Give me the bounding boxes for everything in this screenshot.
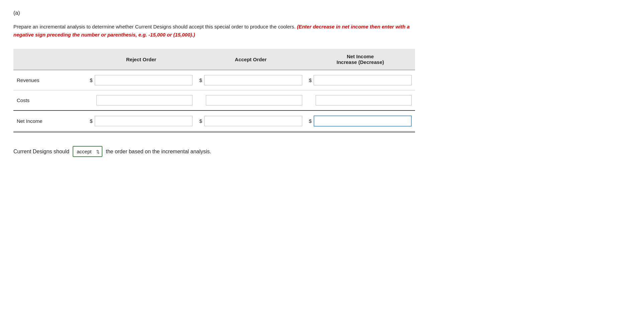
costs-label: Costs [13,90,86,111]
costs-reject-cell [86,90,196,111]
costs-netincome-cell [306,90,415,111]
row-costs: Costs [13,90,415,111]
revenues-reject-cell: $ [86,70,196,90]
col-header-reject: Reject Order [86,49,196,70]
net-income-netincome-cell: $ [306,110,415,132]
col-header-net-income: Net Income Increase (Decrease) [306,49,415,70]
analysis-table-wrapper: Reject Order Accept Order Net Income Inc… [13,49,415,133]
costs-accept-cell [196,90,305,111]
dollar-sign-netincome-netincome: $ [309,118,312,124]
incremental-analysis-table: Reject Order Accept Order Net Income Inc… [13,49,415,133]
revenues-netincome-input[interactable] [314,75,412,85]
row-net-income: Net Income $ $ $ [13,110,415,132]
net-income-reject-input[interactable] [95,116,193,126]
dollar-sign-netincome-accept: $ [199,118,202,124]
dollar-sign-revenues-accept: $ [199,77,202,83]
net-income-reject-cell: $ [86,110,196,132]
revenues-accept-input[interactable] [204,75,302,85]
costs-reject-input[interactable] [96,95,192,105]
net-income-label: Net Income [13,110,86,132]
net-income-accept-input[interactable] [204,116,302,126]
revenues-label: Revenues [13,70,86,90]
dollar-sign-netincome-reject: $ [90,118,92,124]
revenues-netincome-cell: $ [306,70,415,90]
decision-select[interactable]: accept reject [73,146,102,157]
instructions: Prepare an incremental analysis to deter… [13,23,415,39]
table-header-row: Reject Order Accept Order Net Income Inc… [13,49,415,70]
col-header-label [13,49,86,70]
conclusion-prefix: Current Designs should [13,149,69,155]
conclusion-suffix: the order based on the incremental analy… [106,149,211,155]
dollar-sign-revenues-reject: $ [90,77,92,83]
row-revenues: Revenues $ $ $ [13,70,415,90]
costs-netincome-input[interactable] [316,95,412,105]
net-income-netincome-input[interactable] [314,115,412,127]
dollar-sign-revenues-netincome: $ [309,77,312,83]
col-header-accept: Accept Order [196,49,305,70]
part-label: (a) [13,10,631,16]
costs-accept-input[interactable] [206,95,302,105]
instructions-line1: Prepare an incremental analysis to deter… [13,24,296,29]
revenues-accept-cell: $ [196,70,305,90]
revenues-reject-input[interactable] [95,75,193,85]
net-income-accept-cell: $ [196,110,305,132]
decision-select-wrapper[interactable]: accept reject ⇅ [73,146,102,157]
conclusion-section: Current Designs should accept reject ⇅ t… [13,146,631,157]
